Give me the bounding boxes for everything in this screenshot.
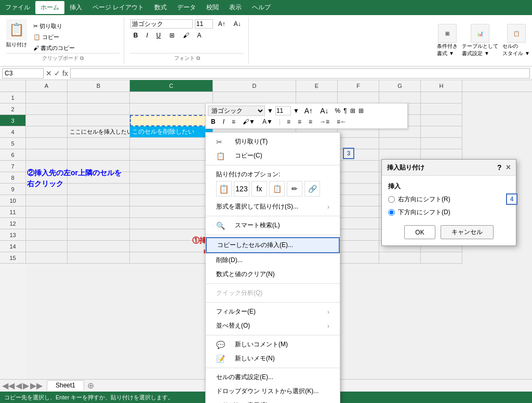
row-header-5[interactable]: 5 (0, 138, 26, 149)
formula-insert-icon[interactable]: fx (62, 69, 68, 77)
font-color-button[interactable]: A (194, 31, 205, 40)
cell-a6[interactable] (26, 149, 68, 161)
col-header-b[interactable]: B (68, 80, 130, 92)
font-name-input[interactable] (130, 19, 193, 29)
cell-g1[interactable] (379, 92, 421, 103)
col-header-d[interactable]: D (213, 80, 296, 92)
cell-f14[interactable] (338, 241, 379, 252)
cell-g5[interactable] (379, 138, 421, 149)
cell-h3[interactable] (421, 115, 462, 126)
cell-f11[interactable] (338, 206, 379, 218)
cell-a13[interactable] (26, 229, 68, 241)
font-size-input[interactable] (195, 19, 213, 29)
cell-a4[interactable] (26, 126, 68, 138)
sheet-nav-left[interactable]: ◀◀ (2, 381, 15, 391)
cell-h1[interactable] (421, 92, 462, 103)
cell-h4[interactable] (421, 126, 462, 138)
shift-right-radio[interactable] (388, 196, 395, 203)
cell-c14[interactable] (130, 241, 213, 252)
ctx-cut[interactable]: ✂ 切り取り(T) (206, 135, 340, 149)
cell-g15[interactable] (379, 252, 421, 264)
bold-button[interactable]: B (130, 31, 141, 40)
formula-cancel-icon[interactable]: ✕ (46, 69, 52, 77)
mini-italic[interactable]: I (220, 117, 228, 126)
cell-c2[interactable] (130, 103, 213, 115)
cell-a1[interactable] (26, 92, 68, 103)
ctx-furigana[interactable]: ふりがなの表示(S) (206, 398, 340, 403)
menu-data[interactable]: データ (172, 1, 201, 14)
cell-a15[interactable] (26, 252, 68, 264)
cell-e1[interactable] (296, 92, 338, 103)
mini-align-left[interactable]: ≡ (284, 117, 294, 126)
paste-icon-4[interactable]: 📋 (269, 181, 285, 197)
cell-h15[interactable] (421, 252, 462, 264)
cell-a14[interactable] (26, 241, 68, 252)
row-header-8[interactable]: 8 (0, 172, 26, 184)
row-header-7[interactable]: 7 (0, 161, 26, 172)
ctx-copy[interactable]: 📋 コピー(C) (206, 149, 340, 163)
cell-f5[interactable] (338, 138, 379, 149)
cell-f8[interactable] (338, 172, 379, 184)
sheet-tab-sheet1[interactable]: Sheet1 (47, 380, 84, 391)
cell-c15[interactable] (130, 252, 213, 264)
cell-b6[interactable] (68, 149, 130, 161)
sheet-nav-next[interactable]: ▶ (23, 381, 29, 391)
menu-file[interactable]: ファイル (0, 1, 35, 14)
ctx-sort[interactable]: 並べ替え(O) › (206, 319, 340, 333)
mini-bold[interactable]: B (208, 117, 219, 126)
cell-c12[interactable] (130, 218, 213, 229)
row-header-14[interactable]: 14 (0, 241, 26, 252)
ctx-paste-special[interactable]: 形式を選択して貼り付け(S)... › (206, 200, 340, 214)
paste-icon-2[interactable]: 123 (234, 181, 249, 197)
mini-align[interactable]: ≡ (229, 117, 238, 126)
row-header-10[interactable]: 10 (0, 195, 26, 206)
cell-a8[interactable] (26, 172, 68, 184)
cell-c6[interactable] (130, 149, 213, 161)
mini-font-color[interactable]: A▼ (259, 117, 276, 126)
cell-b15[interactable] (68, 252, 130, 264)
cell-c7[interactable] (130, 161, 213, 172)
cut-button[interactable]: ✂ 切り取り (30, 21, 78, 31)
cell-f7[interactable] (338, 161, 379, 172)
cell-h2[interactable] (421, 103, 462, 115)
mini-font-grow[interactable]: A↑ (301, 106, 316, 116)
cell-d1[interactable] (213, 92, 296, 103)
dialog-close-button[interactable]: × (506, 163, 511, 172)
ctx-smart-search[interactable]: 🔍 スマート検索(L) (206, 218, 340, 232)
dialog-ok-button[interactable]: OK (404, 225, 435, 239)
paste-format-button[interactable]: 🖌 書式のコピー (30, 43, 78, 53)
paste-icon-6[interactable]: 🔗 (304, 181, 320, 197)
cell-b11[interactable] (68, 206, 130, 218)
cell-a2[interactable] (26, 103, 68, 115)
underline-button[interactable]: U (153, 31, 164, 40)
shift-down-radio[interactable] (388, 209, 395, 216)
row-header-4[interactable]: 4 (0, 126, 26, 138)
cell-b13[interactable] (68, 229, 130, 241)
dialog-help-icon[interactable]: ? (497, 163, 502, 172)
row-header-13[interactable]: 13 (0, 229, 26, 241)
mini-outdent[interactable]: ≡← (334, 117, 350, 126)
cell-f9[interactable] (338, 184, 379, 195)
ctx-insert-copied[interactable]: コピーしたセルの挿入(E)... (206, 237, 340, 253)
cell-f13[interactable] (338, 229, 379, 241)
mini-indent[interactable]: →≡ (316, 117, 332, 126)
border-button[interactable]: ⊞ (166, 31, 178, 40)
cell-a10[interactable] (26, 195, 68, 206)
cell-b14[interactable] (68, 241, 130, 252)
ctx-new-comment[interactable]: 💬 新しいコメント(M) (206, 337, 340, 352)
cell-c10[interactable] (130, 195, 213, 206)
shift-right-option[interactable]: 右方向にシフト(R) (388, 195, 510, 204)
mini-align-center[interactable]: ≡ (295, 117, 304, 126)
cell-b9[interactable] (68, 184, 130, 195)
col-header-g[interactable]: G (379, 80, 421, 92)
fill-color-button[interactable]: 🖌 (180, 31, 192, 40)
add-sheet-button[interactable]: ⊕ (87, 381, 94, 391)
cell-a3[interactable] (26, 115, 68, 126)
paste-icon-5[interactable]: ✏ (287, 181, 302, 197)
ctx-filter[interactable]: フィルター(E) › (206, 305, 340, 319)
cell-f15[interactable] (338, 252, 379, 264)
font-decrease-button[interactable]: A↓ (231, 19, 244, 29)
cell-f10[interactable] (338, 195, 379, 206)
cell-b8[interactable] (68, 172, 130, 184)
cell-c5[interactable] (130, 138, 213, 149)
